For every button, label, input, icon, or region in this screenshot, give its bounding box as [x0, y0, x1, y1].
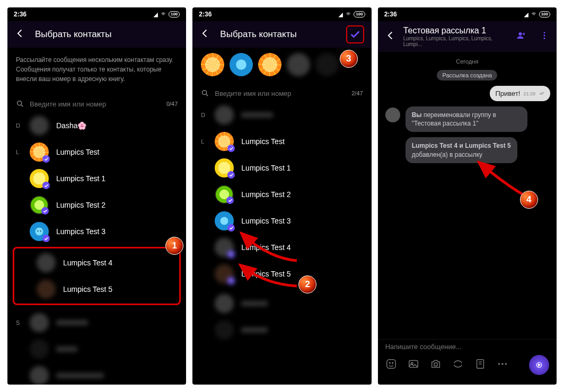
back-arrow-icon[interactable]: [200, 28, 210, 41]
triangle-icon: ◢: [524, 12, 528, 17]
avatar: [30, 222, 49, 241]
add-member-icon[interactable]: [516, 31, 526, 42]
gif-icon[interactable]: [452, 358, 464, 372]
contact-list[interactable]: D Dasha🌸 L Lumpics Test Lumpics Test 1 L…: [7, 112, 186, 385]
back-arrow-icon[interactable]: [15, 28, 25, 41]
battery-icon: 100: [354, 11, 365, 17]
contact-row[interactable]: Lumpics Test 1: [7, 165, 186, 192]
svg-rect-11: [386, 360, 395, 369]
selection-counter: 2/47: [351, 90, 363, 96]
broadcast-info-text: Рассылайте сообщения нескольким контакта…: [7, 48, 186, 95]
contact-name: Lumpics Test 5: [63, 285, 112, 293]
avatar: [30, 195, 49, 215]
screen-chat: 2:36 ◢ 100 Тестовая рассылка 1 Lumpics, …: [378, 7, 557, 385]
contact-row[interactable]: S: [7, 309, 186, 336]
contact-name: Lumpics Test: [241, 137, 284, 146]
selected-tick-icon: [227, 251, 235, 258]
selected-tick-icon: [41, 207, 49, 215]
svg-point-7: [518, 32, 522, 35]
selected-tick-icon: [227, 277, 235, 284]
svg-point-5: [202, 91, 207, 95]
contact-row[interactable]: [7, 362, 186, 385]
contact-name: [241, 327, 268, 333]
chat-header: Тестовая рассылка 1 Lumpics, Lumpics, Lu…: [378, 21, 557, 52]
avatar[interactable]: [201, 53, 224, 76]
more-icon[interactable]: [497, 358, 508, 372]
status-bar: 2:36 ◢ 100: [7, 7, 186, 21]
contact-name: [241, 301, 268, 306]
screen-select-contacts-1: 2:36 ◢ 100 Выбрать контакты Рассылайте с…: [7, 7, 186, 385]
contact-row[interactable]: Lumpics Test 2: [7, 192, 186, 218]
contact-row[interactable]: [192, 317, 371, 343]
contact-row[interactable]: D: [192, 102, 371, 128]
search-input[interactable]: [215, 90, 346, 97]
contact-row[interactable]: Lumpics Test 4: [14, 250, 179, 276]
compose-input[interactable]: [385, 343, 549, 351]
contact-name: [56, 320, 88, 325]
avatar: [30, 169, 49, 188]
voice-send-button[interactable]: [529, 355, 549, 375]
contact-row[interactable]: Lumpics Test 5: [14, 276, 179, 302]
annotation-arrow: [236, 261, 299, 292]
search-row[interactable]: 0/47: [7, 95, 186, 112]
sys-bold: Вы: [412, 111, 424, 119]
search-row[interactable]: 2/47: [192, 85, 371, 102]
avatar: [215, 294, 234, 313]
avatar: [30, 366, 49, 385]
search-icon: [16, 100, 24, 108]
camera-icon[interactable]: [430, 358, 442, 372]
system-message-rename: Вы переименовали группу в "Тестовая расс…: [406, 106, 527, 132]
status-time: 2:36: [384, 11, 397, 18]
section-letter: L: [16, 149, 22, 155]
contact-name: Lumpics Test 3: [56, 227, 105, 236]
outgoing-message[interactable]: Привет! 21:29: [490, 86, 550, 101]
contact-row[interactable]: L Lumpics Test: [7, 139, 186, 165]
avatar[interactable]: [287, 53, 310, 76]
avatar[interactable]: [230, 53, 253, 76]
avatar: [30, 116, 49, 135]
attach-icon[interactable]: [474, 358, 486, 372]
more-options-icon[interactable]: [540, 31, 549, 42]
sys-bold: Lumpics Test 4 и Lumpics Test 5: [412, 142, 511, 149]
contact-name: Lumpics Test 4: [63, 259, 112, 267]
chat-body[interactable]: Сегодня Рассылка создана Привет! 21:29 В…: [378, 52, 557, 339]
contact-row[interactable]: D Dasha🌸: [7, 112, 186, 139]
battery-icon: 100: [539, 11, 550, 17]
avatar: [37, 253, 56, 272]
svg-point-8: [543, 32, 545, 33]
avatar[interactable]: [258, 53, 281, 76]
svg-point-2: [37, 230, 38, 231]
contact-row[interactable]: [192, 290, 371, 317]
contact-row[interactable]: Lumpics Test 1: [192, 155, 371, 181]
avatar: [37, 280, 56, 299]
search-input[interactable]: [30, 100, 161, 108]
selected-tick-icon: [227, 171, 235, 179]
selected-tick-icon: [42, 235, 50, 242]
chat-title: Тестовая рассылка 1: [403, 26, 509, 35]
contact-row[interactable]: Lumpics Test 3: [7, 218, 186, 245]
svg-point-13: [392, 362, 393, 363]
section-letter: D: [201, 112, 207, 118]
avatar: [215, 158, 234, 177]
back-arrow-icon[interactable]: [385, 30, 396, 43]
image-icon[interactable]: [408, 358, 419, 372]
section-letter: S: [16, 319, 22, 326]
avatar: [215, 105, 234, 124]
contact-row[interactable]: [7, 336, 186, 362]
svg-point-3: [40, 230, 41, 231]
contact-row[interactable]: L Lumpics Test: [192, 128, 371, 155]
avatar: [215, 132, 234, 151]
confirm-button[interactable]: [346, 25, 364, 43]
selected-tick-icon: [226, 197, 234, 204]
svg-point-18: [498, 363, 500, 365]
contact-row[interactable]: Lumpics Test 2: [192, 181, 371, 208]
avatar[interactable]: [315, 53, 339, 76]
selected-tick-icon: [42, 155, 50, 163]
step-badge-4: 4: [520, 191, 538, 209]
sticker-icon[interactable]: [385, 358, 397, 372]
status-time: 2:36: [199, 11, 212, 18]
avatar: [215, 238, 234, 257]
svg-point-4: [236, 59, 247, 70]
contact-name: [56, 346, 77, 352]
contact-list[interactable]: D L Lumpics Test Lumpics Test 1 Lumpics …: [192, 102, 371, 385]
